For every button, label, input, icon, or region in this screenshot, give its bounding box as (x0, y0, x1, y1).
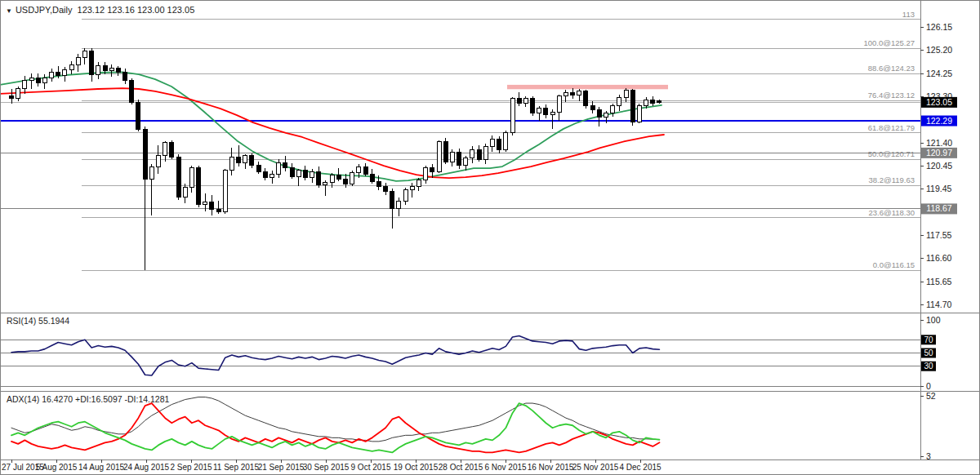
candlestick (263, 171, 267, 177)
price-tag-value: 123.05 (926, 97, 952, 107)
candlestick (149, 166, 154, 179)
trading-terminal-chart-window: 113100.0@125.2788.6@124.2376.4@123.1261.… (0, 0, 980, 475)
candlestick (229, 157, 234, 170)
candlestick (270, 174, 274, 177)
fib-level-label: 76.4@123.12 (868, 91, 915, 100)
candlestick (96, 66, 100, 74)
candlestick (363, 166, 368, 174)
candlestick (611, 106, 615, 113)
candlestick (116, 69, 120, 72)
adx-axis-label: 52 (926, 391, 936, 401)
candlestick (350, 173, 354, 184)
candlestick (143, 129, 147, 179)
candlestick (550, 112, 555, 114)
candlestick (544, 109, 548, 114)
date-axis-label: 2 Sep 2015 (170, 463, 212, 472)
symbol-title-text: USDJPY,Daily 123.12 123.16 123.00 123.05 (16, 5, 194, 15)
candlestick (76, 57, 80, 64)
candlestick (69, 64, 74, 69)
date-axis-label: 9 Oct 2015 (351, 463, 391, 472)
candlestick (323, 183, 327, 185)
candlestick (510, 99, 514, 133)
date-axis-label: 21 Sep 2015 (258, 463, 305, 472)
candlestick (156, 156, 160, 166)
candlestick (584, 91, 588, 106)
candlestick (176, 157, 180, 197)
candlestick (170, 143, 174, 158)
candlestick (82, 51, 87, 57)
candlestick (296, 171, 301, 176)
candlestick (50, 72, 54, 78)
candlestick (416, 180, 421, 186)
fib-level-label: 50.0@120.71 (868, 149, 915, 158)
candlestick (637, 106, 641, 122)
candlestick (336, 175, 341, 179)
candlestick (424, 168, 428, 180)
chart-dropdown-icon[interactable]: ▼ (6, 7, 12, 15)
fib-level-label: 100.0@125.27 (864, 38, 915, 47)
candlestick (464, 158, 468, 166)
candlestick (490, 139, 494, 146)
candlestick (243, 156, 247, 163)
candlestick (136, 102, 140, 129)
candlestick (357, 166, 361, 172)
candlestick (597, 109, 601, 117)
candlestick (376, 181, 381, 186)
symbol-title[interactable]: ▼USDJPY,Daily 123.12 123.16 123.00 123.0… (6, 5, 194, 15)
candlestick (450, 152, 454, 162)
price-axis-label: 114.70 (926, 300, 951, 309)
candlestick (523, 99, 528, 104)
candlestick (517, 99, 521, 104)
candlestick (16, 89, 20, 99)
candlestick (497, 139, 501, 149)
price-axis-label: 117.55 (926, 230, 951, 240)
candlestick (537, 109, 541, 113)
candlestick (644, 100, 648, 105)
rsi-level-tag-value: 30 (924, 362, 933, 371)
candlestick (237, 157, 241, 162)
candlestick (443, 141, 448, 162)
candlestick (250, 156, 254, 166)
fib-level-label: 61.8@121.79 (868, 123, 915, 132)
candlestick (457, 152, 461, 165)
candlestick (604, 113, 608, 117)
date-axis-label: 11 Sep 2015 (213, 463, 259, 472)
candlestick (397, 201, 401, 208)
rsi-indicator-label: RSI(14) 55.1944 (7, 316, 69, 326)
rsi-axis-label: 0 (926, 381, 931, 391)
candlestick (36, 78, 40, 83)
rsi-level-tag-value: 50 (924, 348, 933, 357)
candlestick (430, 168, 434, 171)
candlestick (23, 81, 27, 89)
candlestick (216, 210, 220, 212)
candlestick (504, 133, 508, 150)
candlestick (63, 69, 67, 75)
candlestick (210, 202, 214, 210)
candlestick (103, 66, 107, 71)
price-axis-label: 121.40 (926, 138, 952, 148)
price-axis-label: 115.65 (926, 277, 951, 286)
candlestick (42, 78, 47, 83)
price-tag-value: 118.67 (926, 203, 951, 213)
resistance-zone (507, 85, 668, 89)
date-axis-label: 24 Aug 2015 (123, 463, 170, 472)
date-axis-label: 16 Nov 2015 (528, 463, 574, 472)
candlestick (617, 97, 621, 105)
price-axis-label: 126.15 (926, 22, 952, 32)
candlestick (384, 186, 388, 191)
date-axis-label: 4 Dec 2015 (619, 463, 662, 472)
price-tag-value: 122.29 (926, 116, 952, 126)
price-tag-value: 120.97 (926, 148, 952, 158)
adx-axis-label: 3 (926, 451, 931, 461)
fib-level-label: 23.6@118.30 (869, 208, 915, 217)
date-axis-label: 14 Aug 2015 (78, 463, 125, 472)
price-axis-label: 120.45 (926, 161, 952, 171)
candlestick (189, 168, 194, 188)
candlestick (290, 168, 294, 176)
candlestick (203, 202, 207, 205)
candlestick (310, 171, 314, 177)
fib-level-label: 88.6@124.23 (868, 64, 915, 73)
candlestick (303, 171, 307, 178)
candlestick (283, 163, 287, 168)
candlestick (403, 190, 408, 201)
